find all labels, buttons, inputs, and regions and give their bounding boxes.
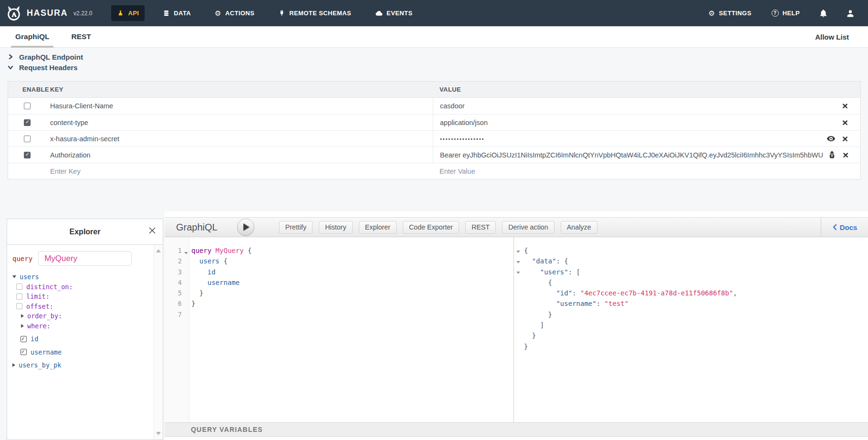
header-value[interactable]: •••••••••••••••• [440, 136, 822, 142]
header-value[interactable]: application/json [440, 119, 837, 126]
docs-button[interactable]: Docs [821, 218, 868, 237]
nav-item-help[interactable]: ? HELP [771, 8, 801, 19]
row-icons: × [842, 103, 848, 109]
header-key[interactable]: content-type [50, 119, 433, 126]
field-checkbox[interactable] [16, 303, 22, 309]
chevron-down-icon [8, 64, 13, 70]
field-checkbox[interactable] [21, 349, 27, 355]
toolbar-button-history[interactable]: History [319, 221, 352, 234]
header-key[interactable]: x-hasura-admin-secret [50, 135, 433, 143]
explorer-node-offset[interactable]: offset: [11, 302, 163, 312]
remove-header-icon[interactable]: × [842, 103, 848, 109]
collapse-arrow-icon[interactable] [12, 275, 16, 278]
fold-arrow-icon[interactable] [516, 251, 520, 253]
header-row: AuthorizationBearer eyJhbGciOiJSUzI1NiIs… [8, 147, 860, 163]
graphiql-toolbar: GraphiQL PrettifyHistoryExplorerCode Exp… [165, 217, 868, 237]
query-keyword-label: query [12, 255, 32, 262]
toolbar-button-code-exporter[interactable]: Code Exporter [403, 221, 459, 234]
node-label: where: [27, 322, 51, 330]
query-variables-editor[interactable] [165, 437, 868, 440]
enable-header-checkbox[interactable] [24, 103, 31, 109]
field-checkbox[interactable] [16, 293, 22, 300]
explorer-node-limit[interactable]: limit: [11, 292, 163, 302]
expand-arrow-icon[interactable] [21, 324, 24, 328]
header-value[interactable]: Bearer eyJhbGciOiJSUzI1NiIsImtpZCI6ImNlc… [440, 151, 823, 159]
explorer-node-id[interactable]: id [11, 334, 163, 344]
explorer-scrollbar[interactable] [154, 245, 163, 440]
user-avatar-icon[interactable] [846, 9, 855, 18]
line-number: 7 [165, 311, 182, 321]
decode-jwt-icon[interactable] [828, 151, 836, 159]
fold-arrow-icon[interactable] [516, 272, 520, 274]
table-rows: Hasura-Client-Namecasdoor×content-typeap… [8, 98, 860, 163]
explorer-node-users_by_pk[interactable]: users_by_pk [11, 360, 163, 370]
notifications-bell-icon[interactable] [819, 9, 828, 18]
expand-arrow-icon[interactable] [21, 314, 24, 318]
field-checkbox[interactable] [16, 283, 22, 290]
explorer-node-order_by[interactable]: order_by: [11, 311, 163, 321]
header-value[interactable]: casdoor [440, 102, 837, 110]
new-header-key-input[interactable] [8, 163, 433, 179]
hasura-brand[interactable]: HASURA v2.22.0 [6, 5, 92, 21]
toolbar-button-explorer[interactable]: Explorer [359, 221, 397, 234]
nav-item-actions[interactable]: ⚙ ACTIONS [209, 5, 260, 21]
nav-item-events[interactable]: EVENTS [369, 5, 418, 21]
toolbar-button-analyze[interactable]: Analyze [561, 221, 597, 234]
plug-icon [278, 10, 285, 17]
nav-item-settings[interactable]: ⚙ SETTINGS [708, 8, 753, 19]
explorer-node-username[interactable]: username [11, 347, 163, 357]
header-key[interactable]: Authorization [50, 151, 433, 159]
close-icon[interactable] [148, 227, 156, 234]
explorer-node-users[interactable]: users [11, 272, 163, 282]
field-checkbox[interactable] [21, 336, 27, 342]
eye-icon[interactable] [826, 134, 836, 143]
play-icon [243, 223, 250, 231]
query-name-input[interactable] [38, 251, 132, 266]
nav-item-data[interactable]: DATA [157, 5, 197, 21]
gears-icon: ⚙ [215, 10, 221, 17]
tab-graphiql[interactable]: GraphiQL [11, 26, 53, 48]
toolbar-button-prettify[interactable]: Prettify [279, 221, 313, 234]
header-value-cell[interactable]: casdoor× [433, 98, 860, 114]
request-headers-toggle[interactable]: Request Headers [8, 62, 83, 73]
header-value-cell[interactable]: Bearer eyJhbGciOiJSUzI1NiIsImtpZCI6ImNlc… [433, 147, 861, 163]
explorer-node-distinct_on[interactable]: distinct_on: [11, 282, 163, 292]
remove-header-icon[interactable]: × [842, 119, 848, 126]
top-navbar: HASURA v2.22.0 API DATA ⚙ ACTIONS REMOTE… [0, 0, 868, 26]
explorer-body: query usersdistinct_on:limit:offset:orde… [7, 245, 163, 370]
toolbar-button-rest[interactable]: REST [465, 221, 496, 234]
expand-arrow-icon[interactable] [12, 363, 15, 367]
enable-header-checkbox[interactable] [24, 136, 31, 142]
toolbar-button-derive-action[interactable]: Derive action [502, 221, 554, 234]
header-row: content-typeapplication/json× [8, 114, 860, 130]
remove-header-icon[interactable]: × [843, 152, 848, 158]
fold-arrow-icon[interactable] [184, 252, 188, 254]
node-label: users [20, 273, 39, 281]
graphql-endpoint-toggle[interactable]: GraphQL Endpoint [8, 52, 83, 62]
query-variables-bar[interactable]: QUERY VARIABLES [165, 422, 868, 437]
new-header-value-input[interactable] [433, 163, 860, 179]
node-label: id [31, 335, 38, 343]
nav-item-api[interactable]: API [111, 5, 145, 21]
header-value-cell[interactable]: ••••••••••••••••× [433, 131, 860, 147]
api-subtabs: GraphiQL REST Allow List [0, 26, 868, 48]
fold-arrow-icon[interactable] [516, 261, 520, 263]
row-icons: × [826, 134, 848, 143]
header-value-cell[interactable]: application/json× [433, 115, 860, 130]
enable-header-checkbox[interactable] [24, 119, 31, 126]
line-numbers: 1234567 [165, 247, 182, 321]
remove-header-icon[interactable]: × [842, 136, 848, 142]
execute-query-button[interactable] [237, 219, 254, 236]
enable-header-checkbox[interactable] [24, 152, 31, 158]
explorer-node-where[interactable]: where: [11, 321, 163, 331]
header-row: x-hasura-admin-secret••••••••••••••••× [8, 130, 860, 147]
query-code[interactable]: query MyQuery { users { id username }} [191, 247, 251, 321]
scroll-up-icon[interactable] [156, 249, 161, 252]
nav-item-remote-schemas[interactable]: REMOTE SCHEMAS [272, 5, 357, 21]
node-label: username [31, 348, 62, 356]
scroll-down-icon[interactable] [156, 432, 161, 435]
allow-list-link[interactable]: Allow List [815, 33, 849, 41]
line-number: 6 [165, 300, 182, 310]
header-key[interactable]: Hasura-Client-Name [50, 102, 433, 110]
tab-rest[interactable]: REST [67, 26, 95, 48]
